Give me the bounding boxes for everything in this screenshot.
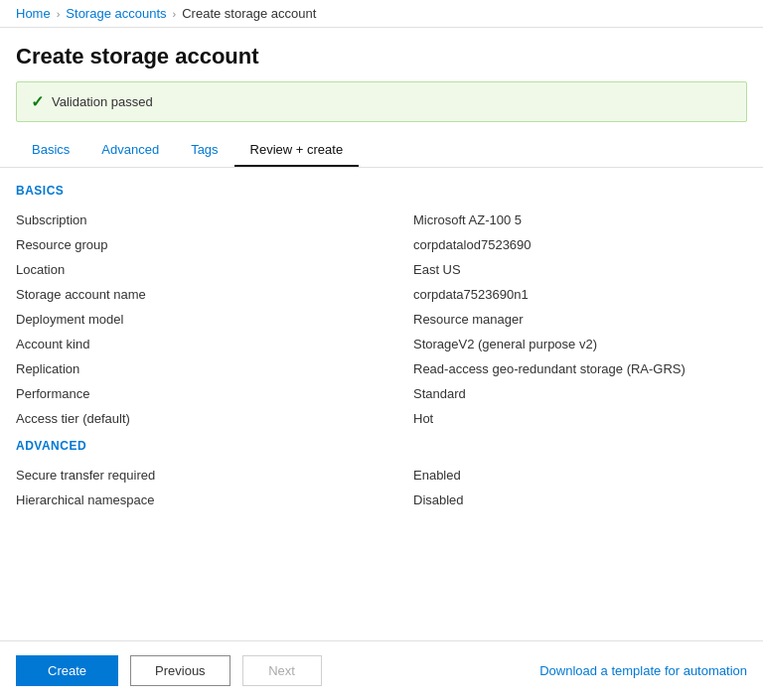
row-deployment-model: Deployment model Resource manager [16, 307, 747, 332]
value-replication: Read-access geo-redundant storage (RA-GR… [413, 361, 747, 376]
download-template-link[interactable]: Download a template for automation [539, 663, 747, 678]
breadcrumb-sep-2: › [173, 8, 177, 20]
row-account-kind: Account kind StorageV2 (general purpose … [16, 332, 747, 356]
value-hierarchical-namespace: Disabled [413, 492, 747, 507]
value-secure-transfer: Enabled [413, 468, 747, 483]
value-deployment-model: Resource manager [413, 312, 747, 327]
row-access-tier: Access tier (default) Hot [16, 406, 747, 431]
row-replication: Replication Read-access geo-redundant st… [16, 356, 747, 381]
page-title: Create storage account [16, 44, 747, 70]
tab-tags[interactable]: Tags [175, 134, 233, 167]
tab-review-create[interactable]: Review + create [234, 134, 360, 167]
label-subscription: Subscription [16, 212, 413, 227]
next-button: Next [242, 655, 322, 686]
value-performance: Standard [413, 386, 747, 401]
label-account-kind: Account kind [16, 337, 413, 351]
validation-text: Validation passed [52, 94, 153, 109]
tab-bar: Basics Advanced Tags Review + create [0, 134, 763, 168]
page-header: Create storage account [0, 28, 763, 81]
row-resource-group: Resource group corpdatalod7523690 [16, 232, 747, 257]
checkmark-icon: ✓ [31, 92, 44, 111]
label-location: Location [16, 262, 413, 277]
row-secure-transfer: Secure transfer required Enabled [16, 463, 747, 488]
label-secure-transfer: Secure transfer required [16, 468, 413, 483]
row-subscription: Subscription Microsoft AZ-100 5 [16, 208, 747, 232]
breadcrumb-sep-1: › [57, 8, 61, 20]
breadcrumb-storage-accounts[interactable]: Storage accounts [66, 6, 166, 21]
review-content: BASICS Subscription Microsoft AZ-100 5 R… [0, 184, 763, 512]
breadcrumb-bar: Home › Storage accounts › Create storage… [0, 0, 763, 28]
value-account-kind: StorageV2 (general purpose v2) [413, 337, 747, 351]
value-access-tier: Hot [413, 411, 747, 426]
label-access-tier: Access tier (default) [16, 411, 413, 426]
label-hierarchical-namespace: Hierarchical namespace [16, 492, 413, 507]
row-performance: Performance Standard [16, 381, 747, 406]
tab-advanced[interactable]: Advanced [85, 134, 175, 167]
row-hierarchical-namespace: Hierarchical namespace Disabled [16, 488, 747, 512]
row-storage-account-name: Storage account name corpdata7523690n1 [16, 282, 747, 307]
row-location: Location East US [16, 257, 747, 282]
label-replication: Replication [16, 361, 413, 376]
value-resource-group: corpdatalod7523690 [413, 237, 747, 252]
value-storage-account-name: corpdata7523690n1 [413, 287, 747, 302]
tab-basics[interactable]: Basics [16, 134, 85, 167]
advanced-section-header: ADVANCED [16, 439, 747, 453]
create-button[interactable]: Create [16, 655, 118, 686]
value-subscription: Microsoft AZ-100 5 [413, 212, 747, 227]
breadcrumb-home[interactable]: Home [16, 6, 51, 21]
previous-button[interactable]: Previous [130, 655, 230, 686]
action-bar: Create Previous Next Download a template… [0, 640, 763, 700]
label-resource-group: Resource group [16, 237, 413, 252]
breadcrumb-current: Create storage account [182, 6, 316, 21]
basics-section-header: BASICS [16, 184, 747, 198]
validation-banner: ✓ Validation passed [16, 81, 747, 122]
breadcrumb: Home › Storage accounts › Create storage… [16, 6, 316, 21]
value-location: East US [413, 262, 747, 277]
label-storage-account-name: Storage account name [16, 287, 413, 302]
label-deployment-model: Deployment model [16, 312, 413, 327]
label-performance: Performance [16, 386, 413, 401]
